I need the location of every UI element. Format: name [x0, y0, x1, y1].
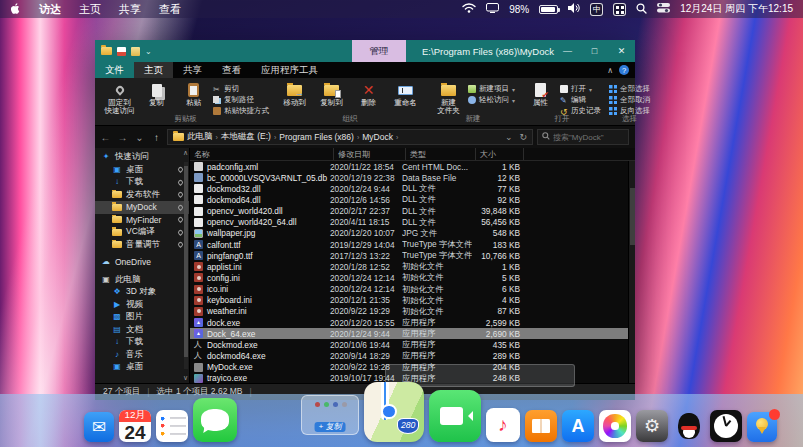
- sidebar-item-MyFinder[interactable]: MyFinder: [95, 214, 189, 227]
- file-row[interactable]: weather.ini2020/9/22 19:29初始化文件87 KB: [190, 306, 635, 317]
- dock-qq-icon[interactable]: [673, 410, 705, 442]
- file-row[interactable]: applist.ini2020/1/28 12:52初始化文件1 KB: [190, 261, 635, 272]
- sidebar-item-桌面[interactable]: ▣桌面: [95, 164, 189, 177]
- rename-button[interactable]: 重命名: [388, 81, 423, 107]
- quick-access-chevron-icon[interactable]: ⌄: [145, 47, 152, 56]
- help-icon[interactable]: ?: [619, 65, 629, 75]
- sidebar-item-音量调节[interactable]: 音量调节: [95, 239, 189, 252]
- sidebar-item-MyDock[interactable]: MyDock: [95, 201, 189, 214]
- search-box[interactable]: [537, 129, 629, 145]
- ribbon-collapse-icon[interactable]: ∧: [607, 66, 613, 75]
- open-button[interactable]: 打开▾: [560, 84, 601, 94]
- select-none-button[interactable]: 全部取消: [609, 95, 650, 105]
- file-row[interactable]: Dockmod.exe2020/10/6 19:44应用程序435 KB: [190, 339, 635, 350]
- dock-books-icon[interactable]: [525, 410, 557, 442]
- sidebar-item-视频[interactable]: ▶视频: [95, 299, 189, 312]
- dock-settings-icon[interactable]: [636, 410, 668, 442]
- sidebar-scroll-up-icon[interactable]: ∧: [183, 149, 188, 157]
- file-row[interactable]: config.ini2020/12/24 12:14初始化文件5 KB: [190, 272, 635, 283]
- breadcrumb-item[interactable]: Program Files (x86): [279, 132, 354, 142]
- file-row[interactable]: calfont.ttf2019/12/29 14:04TrueType 字体文件…: [190, 239, 635, 250]
- file-row[interactable]: wallpaper.jpg2020/12/20 10:07JPG 文件548 K…: [190, 228, 635, 239]
- input-method-icon[interactable]: 中: [590, 3, 603, 16]
- dock-app-store-icon[interactable]: [562, 410, 594, 442]
- apple-logo-icon[interactable]: [10, 2, 21, 17]
- sidebar-item-OneDrive[interactable]: ☁OneDrive: [95, 256, 189, 269]
- sidebar-item-音乐[interactable]: ♪音乐: [95, 349, 189, 362]
- sidebar-item-下载[interactable]: ↓下载: [95, 176, 189, 189]
- new-folder-button[interactable]: 新建 文件夹: [431, 81, 466, 116]
- dock-photos-icon[interactable]: [599, 410, 631, 442]
- dock-music-icon[interactable]: [486, 408, 520, 442]
- file-row[interactable]: dockmod32.dll2020/12/24 9:44DLL 文件77 KB: [190, 183, 635, 194]
- pin-to-quick-access-button[interactable]: 固定到 快速访问: [102, 81, 137, 116]
- dock-messages-icon[interactable]: [193, 398, 237, 442]
- dock-calendar-icon[interactable]: 12月24: [119, 410, 151, 442]
- file-row[interactable]: dockmod64.exe2020/9/14 18:29应用程序289 KB: [190, 350, 635, 361]
- sidebar-item-文档[interactable]: ▤文档: [95, 324, 189, 337]
- new-item-button[interactable]: 新建项目▾: [468, 84, 515, 94]
- up-button[interactable]: ↑: [150, 132, 163, 143]
- quick-newfolder-icon[interactable]: [131, 47, 140, 56]
- tab-app-tools[interactable]: 应用程序工具: [251, 62, 328, 78]
- sidebar-item-此电脑[interactable]: ▣此电脑: [95, 274, 189, 287]
- delete-button[interactable]: ✕ 删除: [351, 81, 386, 107]
- display-icon[interactable]: [486, 3, 499, 15]
- copy-to-button[interactable]: 复制到: [314, 81, 349, 107]
- menu-item-view[interactable]: 查看: [159, 2, 181, 17]
- file-row[interactable]: pingfang0.ttf2017/12/3 13:22TrueType 字体文…: [190, 250, 635, 261]
- menu-item-home[interactable]: 主页: [79, 2, 101, 17]
- close-button[interactable]: ✕: [608, 40, 635, 62]
- tab-file[interactable]: 文件: [95, 62, 134, 78]
- maximize-button[interactable]: □: [581, 40, 608, 62]
- dock-game-center-icon[interactable]: [242, 388, 296, 442]
- file-row[interactable]: ico.ini2020/12/24 12:14初始化文件6 KB: [190, 284, 635, 295]
- column-header-name[interactable]: 名称: [190, 148, 334, 160]
- tab-share[interactable]: 共享: [173, 62, 212, 78]
- cut-button[interactable]: 剪切: [213, 84, 269, 94]
- select-all-button[interactable]: 全部选择: [609, 84, 650, 94]
- sidebar-item-3D 对象[interactable]: ❖3D 对象: [95, 286, 189, 299]
- refresh-icon[interactable]: ↻: [519, 132, 527, 142]
- breadcrumb-item[interactable]: 本地磁盘 (E:): [221, 131, 271, 143]
- wifi-icon[interactable]: [462, 3, 476, 15]
- breadcrumb[interactable]: 此电脑›本地磁盘 (E:)›Program Files (x86)›MyDock…: [167, 129, 533, 145]
- sidebar-scrollbar[interactable]: [184, 162, 188, 369]
- file-row[interactable]: opencv_world420.dll2020/2/17 22:37DLL 文件…: [190, 206, 635, 217]
- column-header-type[interactable]: 类型: [406, 148, 476, 160]
- sidebar-item-下载[interactable]: ↓下载: [95, 336, 189, 349]
- dock-mail-icon[interactable]: [84, 412, 114, 442]
- dock-facetime-icon[interactable]: [429, 390, 481, 442]
- copy-button[interactable]: 复制: [139, 81, 174, 107]
- minimize-button[interactable]: —: [554, 40, 581, 62]
- dock-maps-icon[interactable]: 280: [364, 382, 424, 442]
- file-row[interactable]: padconfig.xml2020/11/22 18:54Cent HTML D…: [190, 161, 635, 172]
- volume-icon[interactable]: [568, 3, 580, 15]
- history-dropdown-icon[interactable]: ⌄: [133, 132, 146, 143]
- search-icon[interactable]: [636, 3, 647, 16]
- edit-button[interactable]: 编辑: [560, 95, 601, 105]
- list-scrollbar[interactable]: [628, 161, 635, 383]
- properties-button[interactable]: 属性: [523, 81, 558, 107]
- sidebar-scroll-down-icon[interactable]: ∨: [183, 374, 188, 382]
- title-bar[interactable]: ⌄ 管理 E:\Program Files (x86)\MyDock — □ ✕: [95, 40, 635, 62]
- battery-icon[interactable]: [539, 5, 558, 14]
- sidebar-item-快速访问[interactable]: ✦快速访问: [95, 151, 189, 164]
- copy-path-button[interactable]: 复制路径: [213, 95, 269, 105]
- dock-clock-icon[interactable]: [710, 410, 742, 442]
- menu-datetime[interactable]: 12月24日 周四 下午12:15: [680, 2, 793, 16]
- dock-reminders-icon[interactable]: [156, 410, 188, 442]
- breadcrumb-item[interactable]: MyDock: [362, 132, 393, 142]
- dock-windows-icon[interactable]: [782, 416, 803, 442]
- address-dropdown-icon[interactable]: ⌄: [505, 132, 513, 142]
- sidebar-item-VC编译[interactable]: VC编译: [95, 226, 189, 239]
- file-row[interactable]: keyboard.ini2020/12/1 21:35初始化文件4 KB: [190, 295, 635, 306]
- tab-home[interactable]: 主页: [134, 62, 173, 78]
- file-row[interactable]: opencv_world420_64.dll2020/4/11 18:15DLL…: [190, 217, 635, 228]
- file-row[interactable]: Dock_64.exe2020/12/24 9:44应用程序2,690 KB: [190, 328, 635, 339]
- dock-awards-icon[interactable]: [747, 412, 777, 442]
- manage-tab[interactable]: 管理: [352, 40, 406, 62]
- sidebar-item-图片[interactable]: ▩图片: [95, 311, 189, 324]
- search-input[interactable]: [553, 133, 624, 142]
- sidebar-item-桌面[interactable]: ▣桌面: [95, 361, 189, 374]
